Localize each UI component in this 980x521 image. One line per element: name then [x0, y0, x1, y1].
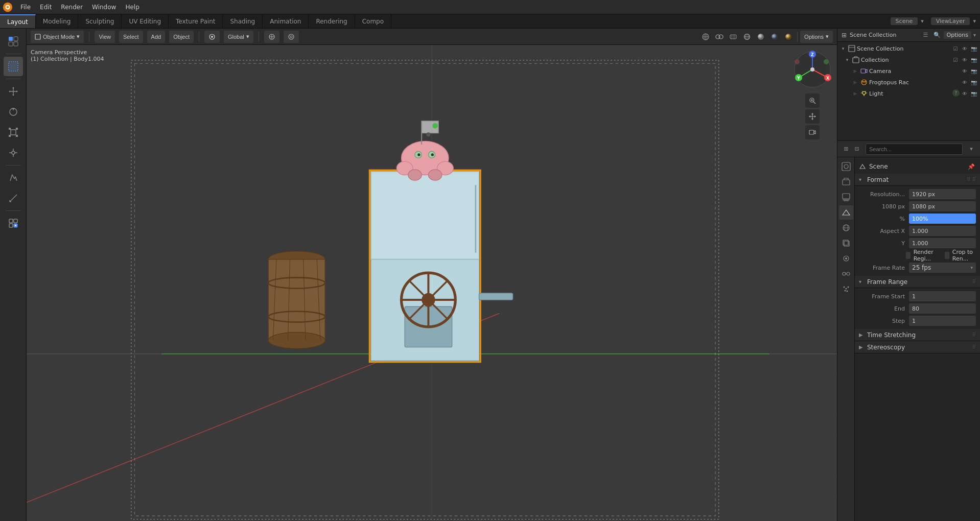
outliner-row-frogtopus[interactable]: ▶ Frogtopus Rac 👁 📷: [837, 77, 980, 88]
tab-compositing[interactable]: Compo: [355, 14, 391, 28]
collection-render-2[interactable]: 📷: [970, 56, 978, 64]
scene-selector[interactable]: Scene: [891, 17, 918, 25]
tab-layout[interactable]: Layout: [0, 14, 36, 28]
tab-modeling[interactable]: Modeling: [36, 14, 79, 28]
shading-solid-btn[interactable]: [755, 31, 767, 43]
prop-tab-physics[interactable]: [839, 251, 853, 266]
tab-sculpting[interactable]: Sculpting: [78, 14, 122, 28]
proportional-edit-btn[interactable]: [284, 31, 299, 43]
tool-mode-selector[interactable]: [4, 32, 23, 51]
collection-render[interactable]: 📷: [970, 44, 978, 53]
resolution-x-value[interactable]: 1920 px: [909, 189, 976, 199]
tool-transform[interactable]: [4, 143, 23, 162]
prop-tab-particles[interactable]: [839, 282, 853, 296]
expand-frogtopus[interactable]: ▶: [852, 79, 859, 86]
resolution-y-value[interactable]: 1080 px: [909, 201, 976, 211]
frame-start-value[interactable]: 1: [909, 291, 976, 301]
tab-animation[interactable]: Animation: [263, 14, 309, 28]
tool-annotate[interactable]: [4, 168, 23, 187]
scene-prop-pin[interactable]: 📌: [967, 162, 976, 171]
collection-eye-2[interactable]: 👁: [961, 56, 969, 64]
camera-eye[interactable]: 👁: [961, 67, 969, 75]
object-menu-btn[interactable]: Object: [169, 31, 194, 43]
resolution-pct-value[interactable]: 100%: [909, 214, 976, 224]
options-btn[interactable]: Options ▾: [800, 31, 833, 43]
transform-pivot-btn[interactable]: [204, 31, 220, 43]
prop-tab-scene[interactable]: [839, 205, 853, 220]
aspect-x-value[interactable]: 1.000: [909, 226, 976, 236]
shading-material-btn[interactable]: [768, 31, 781, 43]
tab-texture-paint[interactable]: Texture Paint: [169, 14, 223, 28]
prop-tab-output[interactable]: [839, 175, 853, 189]
props-header-icon2[interactable]: ⊟: [852, 145, 861, 154]
prop-tab-render[interactable]: [839, 159, 853, 174]
frame-end-value[interactable]: 80: [909, 303, 976, 314]
snap-btn[interactable]: [264, 31, 279, 43]
object-mode-btn[interactable]: Object Mode ▾: [31, 31, 84, 43]
properties-search-input[interactable]: [866, 144, 963, 155]
collection-eye[interactable]: 👁: [961, 44, 969, 53]
tab-uv-editing[interactable]: UV Editing: [122, 14, 169, 28]
shading-wireframe-btn[interactable]: [741, 31, 753, 43]
tab-shading[interactable]: Shading: [223, 14, 263, 28]
tool-rotate[interactable]: [4, 102, 23, 122]
frogtopus-render[interactable]: 📷: [970, 78, 978, 86]
prop-tab-view-layer[interactable]: [839, 190, 853, 204]
expand-light[interactable]: ▶: [852, 90, 859, 97]
viewport-overlay-toggle[interactable]: [713, 31, 726, 43]
select-menu-btn[interactable]: Select: [119, 31, 143, 43]
tool-scale[interactable]: [4, 123, 23, 142]
prop-tab-constraints[interactable]: [839, 267, 853, 281]
outliner-options-btn[interactable]: Options: [944, 31, 971, 39]
tool-measure[interactable]: [4, 188, 23, 208]
transform-orientation-btn[interactable]: Global ▾: [224, 31, 253, 43]
shading-rendered-btn[interactable]: [782, 31, 795, 43]
outliner-search-btn[interactable]: 🔍: [932, 31, 942, 40]
format-section-header[interactable]: ▾ Format ⠿ ⠿: [855, 174, 980, 186]
outliner-row-scene-collection[interactable]: ▾ Scene Collection ☑ 👁 📷: [837, 43, 980, 54]
collection-checkbox-2[interactable]: ☑: [951, 56, 960, 64]
tool-add-object[interactable]: [4, 214, 23, 233]
collection-checkbox[interactable]: ☑: [951, 44, 960, 53]
aspect-y-value[interactable]: 1.000: [909, 238, 976, 248]
crop-render-label[interactable]: Crop to Ren...: [952, 249, 976, 262]
props-options-btn[interactable]: ▾: [967, 145, 976, 154]
light-eye[interactable]: 👁: [961, 89, 969, 98]
viewlayer-selector[interactable]: ViewLayer: [931, 17, 970, 25]
add-menu-btn[interactable]: Add: [147, 31, 166, 43]
menu-render[interactable]: Render: [57, 3, 87, 12]
camera-view-btn[interactable]: [805, 125, 820, 139]
frame-rate-select[interactable]: 25 fps ▾: [909, 263, 976, 273]
xray-toggle[interactable]: [727, 31, 739, 43]
tab-rendering[interactable]: Rendering: [309, 14, 355, 28]
props-header-icon1[interactable]: ⊞: [842, 145, 851, 154]
frogtopus-eye[interactable]: 👁: [961, 78, 969, 86]
menu-edit[interactable]: Edit: [36, 3, 56, 12]
light-question[interactable]: ?: [952, 89, 960, 97]
pan-btn[interactable]: [805, 109, 820, 124]
expand-collection[interactable]: ▾: [844, 56, 851, 63]
prop-tab-world[interactable]: [839, 221, 853, 235]
outliner-filter-btn[interactable]: ☰: [921, 31, 930, 40]
menu-file[interactable]: File: [16, 3, 35, 12]
expand-scene-collection[interactable]: ▾: [839, 45, 847, 52]
frame-range-section-header[interactable]: ▾ Frame Range ⠿: [855, 276, 980, 288]
viewport-3d[interactable]: Camera Perspective (1) Collection | Body…: [27, 45, 837, 521]
time-stretching-header[interactable]: ▶ Time Stretching ⠿: [855, 329, 980, 341]
zoom-in-btn[interactable]: [805, 93, 820, 108]
render-region-checkbox[interactable]: [906, 252, 911, 259]
frame-step-value[interactable]: 1: [909, 316, 976, 326]
outliner-row-camera[interactable]: ▶ Camera 👁 📷: [837, 65, 980, 77]
render-region-label[interactable]: Render Regi...: [914, 249, 938, 262]
stereoscopy-header[interactable]: ▶ Stereoscopy ⠿: [855, 341, 980, 353]
light-render[interactable]: 📷: [970, 89, 978, 98]
menu-window[interactable]: Window: [88, 3, 120, 12]
menu-help[interactable]: Help: [121, 3, 143, 12]
camera-render[interactable]: 📷: [970, 67, 978, 75]
outliner-row-light[interactable]: ▶ Light ? 👁 📷: [837, 88, 980, 99]
navigation-gizmo[interactable]: Z X Y: [792, 49, 833, 90]
tool-select[interactable]: [4, 57, 23, 76]
expand-camera[interactable]: ▶: [852, 67, 859, 75]
outliner-row-collection[interactable]: ▾ Collection ☑ 👁 📷: [837, 54, 980, 65]
view-menu-btn[interactable]: View: [95, 31, 115, 43]
